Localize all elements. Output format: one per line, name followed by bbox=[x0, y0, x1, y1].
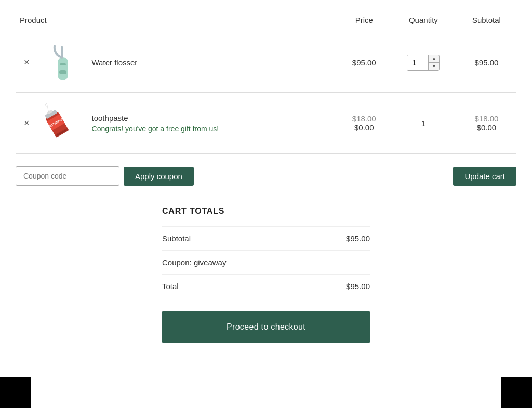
table-row: × bbox=[16, 32, 516, 93]
col-quantity: Quantity bbox=[390, 10, 457, 32]
svg-rect-0 bbox=[58, 57, 68, 80]
quantity-input[interactable] bbox=[407, 55, 428, 70]
coupon-row: Apply coupon Update cart bbox=[16, 166, 516, 186]
discounted-price: $0.00 bbox=[342, 123, 386, 132]
cart-table: Product Price Quantity Subtotal × bbox=[16, 10, 516, 154]
quantity-cell-static: 1 bbox=[390, 93, 457, 154]
quantity-down-button[interactable]: ▼ bbox=[429, 63, 439, 70]
subtotal-cell: $18.00 $0.00 bbox=[457, 93, 516, 154]
coupon-label: Coupon: giveaway bbox=[162, 258, 226, 267]
product-image-toothpaste: TOOTHPASTE bbox=[42, 102, 84, 144]
col-subtotal: Subtotal bbox=[457, 10, 516, 32]
proceed-to-checkout-button[interactable]: Proceed to checkout bbox=[162, 311, 370, 343]
coupon-input[interactable] bbox=[16, 166, 119, 186]
total-row: Total $95.00 bbox=[162, 274, 370, 298]
subtotal-value: $95.00 bbox=[346, 234, 370, 243]
quantity-cell[interactable]: ▲ ▼ bbox=[390, 32, 457, 93]
cart-totals: CART TOTALS Subtotal $95.00 Coupon: give… bbox=[162, 207, 370, 343]
subtotal-row: Subtotal $95.00 bbox=[162, 226, 370, 250]
product-name: toothpaste bbox=[92, 114, 219, 123]
svg-rect-3 bbox=[60, 63, 66, 65]
coupon-row-totals: Coupon: giveaway bbox=[162, 250, 370, 274]
total-label: Total bbox=[162, 282, 179, 291]
price-cell: $95.00 bbox=[338, 32, 390, 93]
col-product: Product bbox=[16, 10, 338, 32]
table-row: × TOOTHPASTE bbox=[16, 93, 516, 154]
subtotal-cell: $95.00 bbox=[457, 32, 516, 93]
cart-totals-title: CART TOTALS bbox=[162, 207, 370, 216]
quantity-stepper[interactable]: ▲ ▼ bbox=[407, 55, 440, 71]
subtotal-label: Subtotal bbox=[162, 234, 191, 243]
apply-coupon-button[interactable]: Apply coupon bbox=[124, 167, 194, 186]
original-price: $18.00 bbox=[342, 114, 386, 123]
product-image-water-flosser bbox=[42, 42, 84, 83]
subtotal-original: $18.00 bbox=[461, 114, 512, 123]
cart-totals-section: CART TOTALS Subtotal $95.00 Coupon: give… bbox=[16, 207, 516, 343]
free-gift-message: Congrats! you've got a free gift from us… bbox=[92, 125, 219, 133]
subtotal-discounted: $0.00 bbox=[461, 123, 512, 132]
update-cart-button[interactable]: Update cart bbox=[453, 167, 516, 186]
price-cell: $18.00 $0.00 bbox=[338, 93, 390, 154]
col-price: Price bbox=[338, 10, 390, 32]
remove-item-button[interactable]: × bbox=[20, 116, 34, 131]
svg-rect-2 bbox=[59, 70, 66, 74]
total-value: $95.00 bbox=[346, 282, 370, 291]
product-name: Water flosser bbox=[92, 58, 138, 67]
remove-item-button[interactable]: × bbox=[20, 55, 34, 70]
quantity-up-button[interactable]: ▲ bbox=[429, 55, 439, 63]
